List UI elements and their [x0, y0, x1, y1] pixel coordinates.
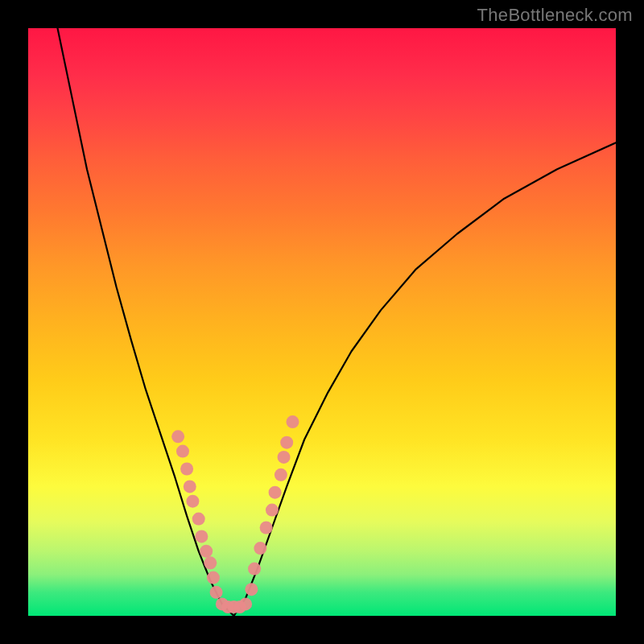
data-marker	[278, 451, 291, 464]
marker-group	[171, 415, 299, 613]
data-marker	[287, 415, 299, 428]
data-marker	[260, 522, 273, 535]
data-marker	[248, 563, 261, 576]
data-marker	[254, 542, 266, 555]
data-marker	[280, 436, 293, 449]
plot-area	[28, 28, 616, 616]
data-marker	[200, 545, 213, 558]
data-marker	[176, 445, 189, 458]
data-marker	[184, 480, 196, 493]
data-marker	[204, 556, 217, 569]
data-marker	[186, 495, 199, 508]
data-marker	[245, 583, 258, 596]
data-marker	[192, 513, 205, 526]
data-marker	[171, 430, 184, 443]
data-marker	[210, 586, 223, 599]
data-marker	[275, 469, 287, 481]
watermark-text: TheBottleneck.com	[477, 5, 633, 26]
data-marker	[180, 463, 193, 476]
curve-left-branch	[58, 28, 234, 616]
chart-svg	[28, 28, 616, 616]
data-marker	[207, 572, 220, 584]
data-marker	[195, 530, 208, 543]
chart-container: TheBottleneck.com	[0, 0, 644, 644]
data-marker	[266, 504, 279, 517]
data-marker	[269, 486, 282, 499]
data-marker	[239, 597, 252, 610]
curve-right-branch	[234, 142, 617, 616]
